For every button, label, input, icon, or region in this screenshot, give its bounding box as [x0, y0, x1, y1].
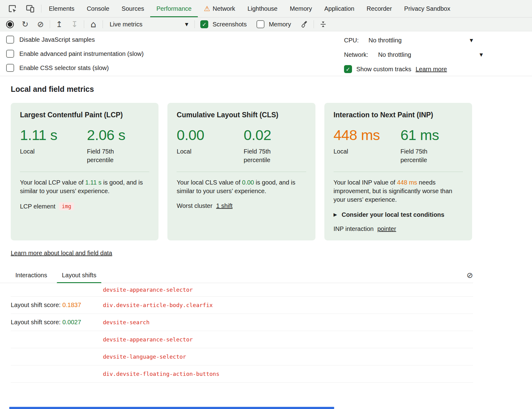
memory-checkbox[interactable] — [256, 20, 264, 28]
chevron-down-icon: ▼ — [185, 22, 188, 27]
custom-tracks-learn-more-link[interactable]: Learn more — [416, 66, 447, 73]
tab-console[interactable]: Console — [80, 0, 115, 17]
record-and-reload-button[interactable]: ↻ — [19, 19, 31, 30]
tab-recorder[interactable]: Recorder — [361, 0, 398, 17]
memory-toggle: Memory — [256, 20, 291, 28]
card-title: Largest Contentful Paint (LCP) — [20, 111, 149, 119]
tab-layout-shifts[interactable]: Layout shifts — [62, 272, 96, 283]
card-divider — [20, 172, 149, 172]
tab-network[interactable]: ⚠ Network — [198, 0, 241, 17]
expander-label: Consider your local test conditions — [342, 211, 444, 218]
local-label: Local — [334, 147, 375, 156]
cls-description: Your local CLS value of 0.00 is good, an… — [177, 178, 306, 196]
cpu-label: CPU: — [344, 37, 359, 44]
metric-values: 1.11 s Local 2.06 s Field 75th percentil… — [20, 127, 149, 164]
tab-lighthouse[interactable]: Lighthouse — [241, 0, 284, 17]
load-profile-button[interactable]: ↥ — [53, 19, 65, 30]
table-row: devsite-appearance-selector — [11, 331, 473, 348]
element-link[interactable]: devsite-search — [103, 319, 150, 325]
tab-label: Elements — [49, 5, 74, 12]
clear-button[interactable]: ⊘ — [34, 19, 47, 30]
tab-label: Performance — [156, 5, 192, 12]
tab-label: Lighthouse — [248, 5, 278, 12]
chevron-down-icon[interactable]: ▼ — [479, 52, 483, 57]
field-value-group: 61 ms Field 75th percentile — [401, 127, 442, 164]
separator — [103, 20, 103, 28]
page-title: Local and field metrics — [11, 85, 532, 94]
tabbar-icon-group — [0, 0, 36, 17]
local-value-group: 1.11 s Local — [20, 127, 87, 164]
inp-interaction-row: INP interaction pointer — [334, 225, 463, 232]
local-test-conditions-expander[interactable]: ▶ Consider your local test conditions — [334, 211, 463, 218]
record-icon — [6, 21, 14, 28]
inspect-element-icon[interactable] — [6, 2, 18, 15]
table-row: div.devsite-floating-action-buttons — [11, 365, 473, 383]
option-label: Enable advanced paint instrumentation (s… — [19, 50, 144, 57]
element-link[interactable]: div.devsite-article-body.clearfix — [103, 302, 213, 308]
clear-icon: ⊘ — [37, 20, 44, 28]
inp-interaction-link[interactable]: pointer — [377, 225, 396, 232]
tab-elements[interactable]: Elements — [43, 0, 80, 17]
field-value-group: 0.02 Field 75th percentile — [244, 127, 285, 164]
css-selector-stats-checkbox[interactable] — [6, 64, 14, 72]
separator — [194, 20, 195, 28]
score-label: Layout shift score: — [11, 319, 62, 325]
lcp-description: Your local LCP value of 1.11 s is good, … — [20, 178, 149, 196]
expander-triangle-icon: ▶ — [334, 212, 337, 217]
tab-memory[interactable]: Memory — [284, 0, 318, 17]
save-profile-button[interactable]: ↧ — [68, 19, 81, 30]
lcp-element-row: LCP element img — [20, 202, 149, 210]
inp-local-value: 448 ms — [334, 127, 401, 143]
tab-label: Network — [213, 5, 235, 12]
custom-tracks-checkbox[interactable]: ✓ — [344, 65, 352, 73]
element-link[interactable]: devsite-language-selector — [103, 353, 186, 360]
cpu-throttling-select[interactable]: No throttling — [369, 37, 402, 44]
card-divider — [177, 172, 306, 172]
tab-label: Recorder — [367, 5, 392, 12]
capture-settings: Disable JavaScript samples Enable advanc… — [0, 31, 532, 76]
option-label: Disable JavaScript samples — [19, 36, 95, 43]
worst-cluster-label: Worst cluster — [177, 202, 212, 209]
field-label: Field 75th percentile — [244, 147, 285, 164]
inp-card: Interaction to Next Paint (INP) 448 ms L… — [324, 103, 472, 240]
network-throttling-select[interactable]: No throttling — [378, 51, 411, 58]
live-metrics-home-button[interactable]: ⌂ — [87, 19, 100, 30]
element-link[interactable]: devsite-appearance-selector — [103, 336, 193, 343]
score-value: 0.0027 — [62, 319, 81, 325]
inp-interaction-label: INP interaction — [334, 225, 374, 232]
tab-interactions[interactable]: Interactions — [15, 272, 47, 283]
network-throttling-row: Network: No throttling ▼ — [344, 48, 483, 61]
score-cell: Layout shift score: 0.1837 — [11, 302, 103, 309]
device-toolbar-icon[interactable] — [24, 2, 36, 15]
metric-values: 448 ms Local 61 ms Field 75th percentile — [334, 127, 463, 164]
worst-cluster-link[interactable]: 1 shift — [216, 202, 233, 209]
cls-card: Cumulative Layout Shift (CLS) 0.00 Local… — [167, 103, 315, 240]
advanced-paint-checkbox[interactable] — [6, 50, 14, 58]
live-metrics-view: Local and field metrics Largest Contentf… — [0, 76, 532, 383]
element-link[interactable]: devsite-appearance-selector — [103, 286, 193, 293]
reload-icon: ↻ — [22, 20, 29, 28]
chevron-down-icon[interactable]: ▼ — [470, 38, 473, 43]
memory-label: Memory — [269, 21, 291, 28]
performance-toolbar: ↻ ⊘ ↥ ↧ ⌂ Live metrics ▼ ✓ Screenshots M… — [0, 18, 532, 31]
history-dropdown[interactable]: Live metrics ▼ — [106, 19, 191, 30]
tab-label: Memory — [290, 5, 312, 12]
collapse-view-button[interactable] — [317, 19, 329, 30]
lcp-element-node-chip[interactable]: img — [59, 202, 74, 210]
tab-label: Console — [87, 5, 109, 12]
table-row: devsite-appearance-selector — [11, 283, 473, 297]
clear-log-button[interactable]: ⊘ — [467, 271, 473, 280]
tab-sources[interactable]: Sources — [115, 0, 150, 17]
tab-performance[interactable]: Performance — [150, 0, 198, 17]
record-button[interactable] — [4, 19, 16, 30]
collect-garbage-button[interactable] — [298, 19, 311, 30]
check-icon: ✓ — [202, 21, 206, 28]
field-data-learn-more-link[interactable]: Learn more about local and field data — [11, 250, 112, 257]
disable-js-samples-checkbox[interactable] — [6, 36, 14, 44]
desc-text: Your local INP value of — [334, 179, 397, 186]
tab-privacy-sandbox[interactable]: Privacy Sandbox — [398, 0, 456, 17]
element-link[interactable]: div.devsite-floating-action-buttons — [103, 371, 219, 377]
block-icon: ⊘ — [467, 271, 473, 280]
tab-application[interactable]: Application — [318, 0, 361, 17]
screenshots-checkbox[interactable]: ✓ — [200, 20, 208, 28]
